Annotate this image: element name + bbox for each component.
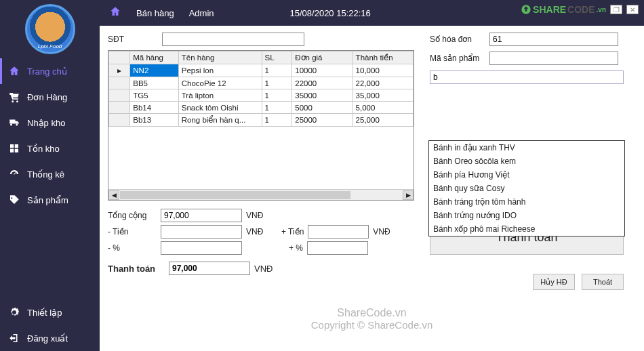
grid-col-header[interactable]: Tên hàng (178, 51, 262, 64)
product-code-label: Mã sản phẩm (430, 54, 489, 63)
nav-admin[interactable]: Admin (189, 8, 214, 18)
sidebar-item-label: Nhập kho (27, 118, 65, 128)
minus-tien-input[interactable] (161, 225, 242, 239)
sidebar-item-home[interactable]: Trang chủ (0, 58, 100, 84)
window-close-icon[interactable]: ✕ (626, 5, 639, 14)
grid-col-header[interactable]: Mã hàng (130, 51, 178, 64)
dashboard-icon (8, 168, 20, 180)
plus-tien-label: + Tiền (270, 227, 304, 236)
sidebar-item-label: Đăng xuất (27, 333, 68, 344)
sidebar-item-cart[interactable]: Đơn Hàng (0, 84, 100, 110)
total-label: Tổng cộng (108, 211, 161, 220)
unit: VNĐ (246, 227, 263, 236)
sidebar-item-label: Trang chủ (27, 66, 67, 77)
autocomplete-item[interactable]: Bánh xốp phô mai Richeese (429, 222, 624, 236)
sidebar-item-label: Tồn kho (27, 144, 60, 154)
table-row[interactable]: Bb14Snack tôm Oishi150005,000 (109, 102, 414, 114)
gear-icon (8, 306, 20, 318)
nav-sales[interactable]: Bán hàng (136, 8, 174, 18)
sidebar-item-dashboard[interactable]: Thống kê (0, 161, 100, 187)
sidebar-item-logout[interactable]: Đăng xuất (0, 325, 100, 351)
sidebar-item-label: Đơn Hàng (27, 92, 67, 102)
sdt-label: SĐT (108, 35, 162, 44)
boxes-icon (8, 142, 20, 154)
grid-col-header[interactable]: Thành tiền (353, 51, 413, 64)
truck-icon (8, 117, 20, 129)
sidebar-item-label: Sản phẩm (27, 195, 68, 205)
content: SĐT Mã hàngTên hàngSLĐơn giáThành tiền▸N… (100, 26, 644, 351)
tag-icon (8, 194, 20, 206)
invoice-no-input[interactable] (489, 33, 618, 46)
sidebar-item-label: Thiết lập (27, 308, 62, 318)
sidebar-item-boxes[interactable]: Tồn kho (0, 136, 100, 161)
sidebar-item-gear[interactable]: Thiết lập (0, 300, 100, 325)
watermark: ShareCode.vn Copyright © ShareCode.vn (311, 307, 432, 331)
total-unit: VNĐ (246, 211, 263, 220)
sidebar-item-tag[interactable]: Sản phẩm (0, 187, 100, 213)
home-icon (8, 65, 20, 77)
sharecode-logo: SHARECODE.vn (521, 4, 606, 15)
unit: VNĐ (373, 227, 390, 236)
autocomplete-item[interactable]: Bánh tráng trộn tôm hành (429, 195, 624, 209)
table-row[interactable]: TG5Trà lipton13500035,000 (109, 89, 414, 102)
autocomplete-item[interactable]: Bánh quy sữa Cosy (429, 182, 624, 195)
grid-col-header[interactable]: SL (262, 51, 292, 64)
invoice-no-label: Số hóa đơn (430, 35, 489, 44)
minus-pct-label: - % (108, 243, 161, 253)
plus-pct-input[interactable] (307, 241, 368, 255)
cart-icon (8, 91, 20, 103)
total-input[interactable] (161, 209, 242, 222)
table-row[interactable]: Bb13Rong biển hàn q...12500025,000 (109, 114, 414, 127)
order-grid[interactable]: Mã hàngTên hàngSLĐơn giáThành tiền▸NN2Pe… (108, 50, 414, 201)
exit-button[interactable]: Thoát (582, 274, 624, 290)
sidebar-item-truck[interactable]: Nhập kho (0, 110, 100, 136)
pay-input[interactable] (169, 262, 250, 275)
autocomplete-item[interactable]: Bánh pía Hương Việt (429, 168, 624, 182)
logout-icon (8, 332, 20, 344)
window-controls: SHARECODE.vn ❐ ✕ (521, 4, 639, 15)
table-row[interactable]: ▸NN2Pepsi lon11000010,000 (109, 64, 414, 77)
minus-tien-label: - Tiền (108, 227, 161, 236)
logo (0, 0, 100, 58)
home-icon[interactable] (109, 5, 121, 20)
sdt-input[interactable] (162, 33, 304, 46)
plus-pct-label: + % (269, 243, 303, 253)
autocomplete-item[interactable]: Bánh in đậu xanh THV (429, 141, 624, 154)
autocomplete-item[interactable]: Bánh trứng nướng IDO (429, 209, 624, 222)
grid-col-header[interactable]: Đơn giá (292, 51, 353, 64)
table-row[interactable]: BB5ChocoPie 1212200022,000 (109, 77, 414, 89)
totals-panel: Tổng cộng VNĐ - Tiền VNĐ + Tiền VNĐ - % (108, 209, 414, 275)
plus-tien-input[interactable] (308, 225, 369, 239)
sidebar: Trang chủĐơn HàngNhập khoTồn khoThống kê… (0, 0, 100, 351)
cancel-invoice-button[interactable]: Hủy HĐ (533, 274, 575, 290)
datetime: 15/08/2020 15:22:16 (290, 8, 371, 18)
product-code-input[interactable] (489, 51, 618, 65)
minus-pct-input[interactable] (161, 241, 242, 255)
grid-hscrollbar[interactable]: ◀▶ (108, 189, 414, 200)
sidebar-item-label: Thống kê (27, 169, 64, 180)
product-search-input[interactable] (430, 70, 624, 84)
pay-label: Thanh toán (108, 264, 169, 274)
pay-unit: VNĐ (254, 264, 273, 274)
window-restore-icon[interactable]: ❐ (610, 5, 622, 14)
product-autocomplete-dropdown[interactable]: Bánh in đậu xanh THVBánh Oreo sôcôla kem… (428, 140, 625, 236)
autocomplete-item[interactable]: Bánh Oreo sôcôla kem (429, 154, 624, 168)
